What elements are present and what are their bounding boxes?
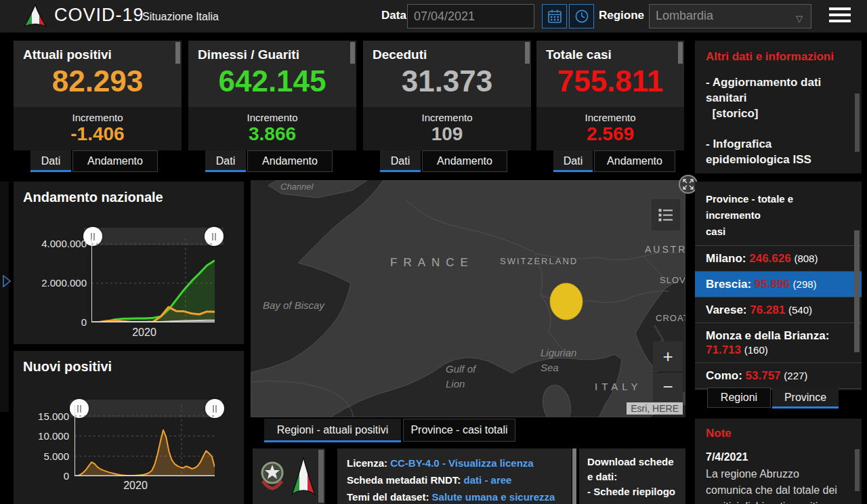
license-link[interactable]: CC-BY-4.0 — [390, 457, 440, 469]
themes-label: Temi del dataset: — [347, 491, 429, 503]
increment-value: 3.866 — [188, 123, 356, 145]
legend-list-icon — [658, 207, 674, 223]
map-legend-button[interactable] — [652, 199, 680, 230]
map-zoom-in-button[interactable]: + — [653, 341, 683, 371]
chart-title: Andamento nazionale — [23, 190, 163, 205]
metadata-aree-link[interactable]: aree — [491, 474, 512, 486]
province-row-como[interactable]: Como: 53.757 (227) — [695, 362, 862, 388]
time-button[interactable] — [569, 4, 594, 28]
map-label-france: FRANCE — [390, 256, 474, 270]
app-title: COVID-19 — [54, 5, 144, 26]
nuovi-positivi-chart — [75, 405, 215, 476]
note-body: La regione Abruzzo comunica che dal tota… — [706, 466, 851, 504]
map-label-bay-of-biscay: Bay of Biscay — [263, 299, 324, 311]
panel-scrollbar[interactable] — [855, 93, 860, 152]
active-tab-underline — [30, 170, 71, 172]
footer-download-card: Download schede e dati: - Schede riepilo… — [579, 448, 685, 504]
province-row-monza[interactable]: Monza e della Brianza: 71.713 (160) — [695, 322, 862, 362]
active-tab-underline — [205, 170, 246, 172]
region-select-value: Lombardia — [656, 9, 713, 22]
protezione-civile-footer-logo — [289, 455, 318, 499]
footer-license-card: Licenza: CC-BY-4.0 - Visualizza licenza … — [337, 448, 572, 504]
footer-logos-card — [253, 448, 325, 504]
tab-andamento-attuali[interactable]: Andamento — [72, 150, 158, 172]
stat-card-value: 755.811 — [536, 62, 684, 100]
tab-andamento-dimessi[interactable]: Andamento — [247, 150, 333, 172]
tab-dati-deceduti[interactable]: Dati — [380, 150, 421, 172]
map-tab-regioni[interactable]: Regioni - attuali positivi — [264, 419, 401, 442]
map-label-channel: Channel — [280, 182, 313, 192]
tab-dati-totale[interactable]: Dati — [553, 150, 593, 172]
card-scrollbar[interactable] — [175, 42, 180, 64]
map-label-switzerland: SWITZERLAND — [500, 256, 578, 266]
calendar-button[interactable] — [542, 4, 567, 28]
metadata-label: Scheda metadati RNDT: — [347, 474, 461, 486]
date-input[interactable] — [407, 4, 534, 28]
expand-arrows-icon — [680, 176, 696, 192]
province-row-brescia[interactable]: Brescia: 95.896 (298) — [695, 271, 862, 297]
stat-card-value: 642.145 — [188, 62, 356, 100]
y-tick: 0 — [14, 470, 69, 482]
map-label-italy: ITALY — [595, 381, 641, 392]
y-tick: 4.000.000 — [19, 238, 87, 249]
stat-card-title: Totale casi — [536, 41, 684, 62]
tab-andamento-deceduti[interactable]: Andamento — [422, 150, 507, 172]
menu-button[interactable] — [829, 7, 851, 25]
panel-tab-regioni[interactable]: Regioni — [707, 387, 771, 408]
province-scrollbar[interactable] — [854, 230, 860, 352]
region-marker-lombardia[interactable] — [550, 283, 583, 320]
link-aggiornamento-dati-sanitari[interactable]: - Aggiornamento dati sanitari [storico] — [706, 75, 851, 121]
stat-card-deceduti: Deceduti 31.373 Incremento 109 — [363, 41, 531, 150]
clock-icon — [574, 9, 589, 24]
stat-card-title: Deceduti — [363, 41, 531, 62]
map-canvas[interactable]: Channel FRANCE SWITZERLAND AUSTRIA SLOVE… — [251, 180, 685, 417]
region-label: Regione — [599, 9, 644, 22]
protezione-civile-logo-icon — [22, 3, 49, 29]
map-label-gulf-of-lion: Gulf of Lion — [446, 362, 475, 392]
map-label-austria: AUSTRIA — [645, 244, 685, 255]
metadata-dati-link[interactable]: dati — [464, 474, 482, 486]
tab-dati-dimessi[interactable]: Dati — [205, 150, 246, 172]
tab-dati-attuali[interactable]: Dati — [30, 150, 71, 172]
card-scrollbar[interactable] — [678, 42, 683, 64]
card-scrollbar[interactable] — [350, 42, 355, 64]
app-subtitle: Situazione Italia — [142, 11, 219, 23]
app-header: COVID-19 Situazione Italia Data — [0, 0, 867, 33]
province-row-milano[interactable]: Milano: 246.626 (808) — [695, 245, 862, 271]
stat-card-increment: Incremento -1.406 — [14, 107, 182, 150]
increment-label: Incremento — [363, 107, 531, 123]
panel-tab-province[interactable]: Province — [772, 387, 839, 408]
stat-card-value: 82.293 — [14, 62, 182, 100]
note-date: 7/4/2021 — [706, 451, 851, 463]
active-tab-underline — [553, 170, 593, 172]
province-row-varese[interactable]: Varese: 76.281 (540) — [695, 297, 862, 322]
andamento-nazionale-chart — [91, 238, 215, 322]
chart-title: Nuovi positivi — [23, 359, 112, 375]
link-infografica-iss[interactable]: - Infografica epidemiologica ISS — [706, 136, 851, 167]
themes-link[interactable]: Salute umana e sicurezza — [432, 491, 555, 503]
note-scrollbar[interactable] — [855, 449, 860, 491]
map-zoom-out-button[interactable]: − — [653, 372, 683, 402]
footer-scrollbar[interactable] — [318, 450, 324, 503]
card-scrollbar[interactable] — [525, 42, 530, 64]
tab-andamento-totale[interactable]: Andamento — [594, 150, 675, 172]
download-schede-link[interactable]: - Schede riepilogo — [587, 484, 677, 499]
expand-panel-arrow-icon[interactable] — [1, 274, 12, 289]
stat-card-title: Dimessi / Guariti — [188, 41, 356, 62]
license-line: Licenza: CC-BY-4.0 - Visualizza licenza — [347, 455, 562, 471]
dashboard-screen: COVID-19 Situazione Italia Data — [0, 0, 867, 504]
date-label: Data — [381, 9, 406, 22]
metadata-line: Scheda metadati RNDT: dati - aree — [347, 471, 562, 488]
map-label-slovenia: SLOVENIA — [660, 275, 685, 285]
footer-scrollbar[interactable] — [572, 448, 576, 504]
increment-label: Incremento — [536, 107, 684, 123]
increment-value: -1.406 — [14, 123, 182, 145]
note-panel-title: Note — [706, 427, 851, 440]
active-map-tab-underline — [264, 440, 401, 442]
region-select[interactable]: Lombardia ▽ — [649, 4, 811, 28]
map-tab-province[interactable]: Province - casi totali — [403, 419, 515, 442]
increment-value: 109 — [363, 123, 531, 145]
map-attribution: Esri, HERE — [627, 402, 683, 415]
y-tick: 10.000 — [14, 430, 69, 442]
view-license-link[interactable]: Visualizza licenza — [448, 457, 534, 469]
